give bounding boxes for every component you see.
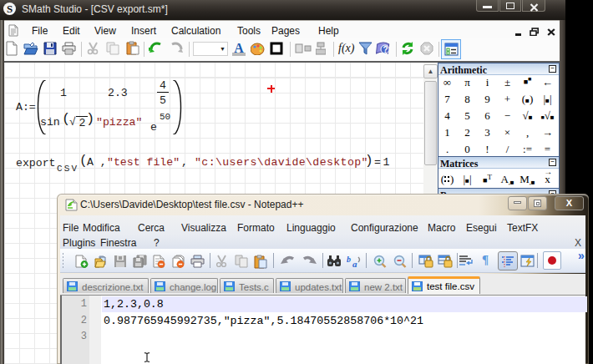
- svg-text:a: a: [352, 259, 357, 268]
- svg-text:?: ?: [383, 45, 388, 54]
- svg-text:b: b: [347, 255, 351, 264]
